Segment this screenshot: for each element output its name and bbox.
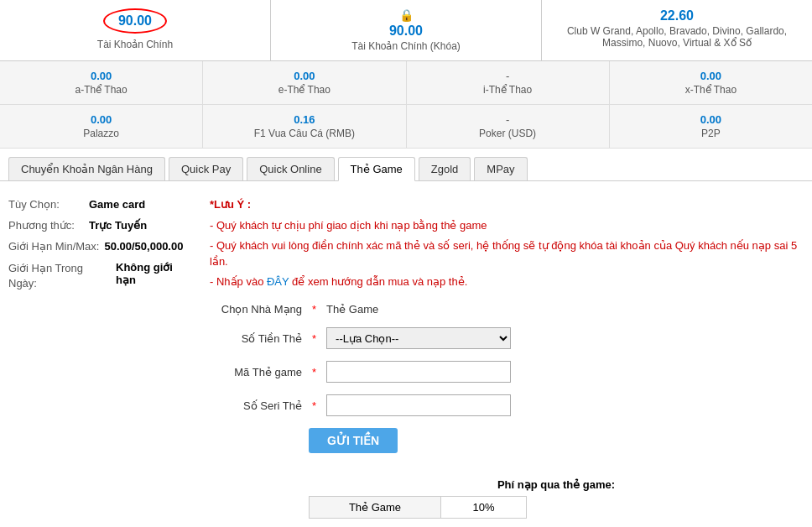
tab-quick-pay[interactable]: Quick Pay [169, 157, 243, 180]
main-account-label: Tài Khoản Chính [13, 39, 258, 50]
gioi-han-value: 50.00/50,000.00 [104, 240, 183, 253]
form-row-ma-the: Mã Thẻ game * [210, 361, 804, 383]
sub-account-e-the-thao: 0.00 e-Thể Thao [203, 61, 406, 104]
clubs-account-amount: 22.60 [554, 8, 799, 23]
notice-item-3: - Nhấp vào ĐÂY để xem hướng dẫn mua và n… [210, 274, 804, 290]
a-the-thao-amount: 0.00 [7, 70, 195, 82]
main-content: Tùy Chọn: Game card Phương thức: Trực Tu… [0, 181, 812, 527]
tab-the-game[interactable]: Thẻ Game [338, 157, 415, 181]
sub-accounts-row-2: 0.00 Palazzo 0.16 F1 Vua Câu Cá (RMB) - … [0, 105, 812, 149]
tuy-chon-value: Game card [89, 198, 145, 211]
sub-account-i-the-thao: - i-Thể Thao [407, 61, 610, 104]
deposit-form: Chọn Nhà Mạng * Thẻ Game Số Tiền Thẻ * -… [210, 303, 804, 470]
locked-account-box: 🔒 90.00 Tài Khoản Chính (Khóa) [271, 0, 542, 60]
fee-provider: Thẻ Game [310, 497, 441, 519]
notice-item-1: - Quý khách tự chịu phí giao dịch khi nạ… [210, 217, 804, 234]
p2p-amount: 0.00 [617, 113, 805, 126]
form-row-so-tien: Số Tiền Thẻ * --Lựa Chọn-- [210, 327, 804, 349]
info-row-gioi-han: Giới Hạn Min/Max: 50.00/50,000.00 [8, 240, 193, 253]
x-the-thao-amount: 0.00 [617, 70, 805, 82]
sub-account-p2p: 0.00 P2P [610, 105, 812, 148]
phuong-thuc-label: Phương thức: [8, 219, 84, 232]
nha-mang-label: Chọn Nhà Mạng [210, 303, 302, 316]
so-tien-required: * [312, 332, 316, 345]
tab-quick-online[interactable]: Quick Online [247, 157, 334, 180]
sub-account-palazzo: 0.00 Palazzo [0, 105, 203, 148]
fee-section: Phí nạp qua thẻ game: Thẻ Game 10% [309, 478, 804, 519]
form-row-nha-mang: Chọn Nhà Mạng * Thẻ Game [210, 303, 804, 316]
fee-row: Thẻ Game 10% [310, 497, 527, 519]
f1-amount: 0.16 [210, 113, 398, 126]
poker-label: Poker (USD) [414, 128, 602, 139]
e-the-thao-label: e-Thể Thao [210, 84, 398, 96]
phuong-thuc-value: Trực Tuyến [89, 219, 147, 232]
ma-the-label: Mã Thẻ game [210, 366, 302, 378]
main-account-box: 90.00 Tài Khoản Chính [0, 0, 271, 60]
main-account-highlight: 90.00 [103, 8, 167, 34]
gioi-han-ngay-value: Không giới hạn [116, 261, 193, 291]
main-account-amount: 90.00 [118, 13, 152, 29]
a-the-thao-label: a-Thể Thao [7, 84, 195, 96]
so-seri-label: Số Seri Thẻ [210, 399, 302, 412]
poker-amount: - [414, 113, 602, 126]
gioi-han-label: Giới Hạn Min/Max: [8, 240, 99, 253]
locked-account-amount: 90.00 [284, 23, 528, 39]
palazzo-label: Palazzo [7, 128, 195, 139]
accounts-section: 90.00 Tài Khoản Chính 🔒 90.00 Tài Khoản … [0, 0, 812, 61]
sub-account-x-the-thao: 0.00 x-Thể Thao [610, 61, 812, 104]
x-the-thao-label: x-Thể Thao [617, 84, 805, 96]
notice-title: *Lưu Ý : [210, 198, 804, 211]
tuy-chon-label: Tùy Chọn: [8, 198, 84, 211]
fee-percent: 10% [441, 497, 527, 519]
left-panel: Tùy Chọn: Game card Phương thức: Trực Tu… [8, 198, 193, 519]
submit-button[interactable]: GỬI TIỀN [309, 428, 398, 453]
sub-account-f1: 0.16 F1 Vua Câu Cá (RMB) [203, 105, 406, 148]
lock-icon: 🔒 [284, 8, 528, 22]
right-panel: *Lưu Ý : - Quý khách tự chịu phí giao dị… [210, 198, 804, 519]
info-row-gioi-han-ngay: Giới Hạn Trong Ngày: Không giới hạn [8, 261, 193, 291]
so-tien-label: Số Tiền Thẻ [210, 332, 302, 345]
sub-account-a-the-thao: 0.00 a-Thể Thao [0, 61, 203, 104]
tab-mpay[interactable]: MPay [474, 157, 527, 180]
notice-item-2: - Quý khách vui lòng điền chính xác mã t… [210, 237, 804, 270]
gioi-han-ngay-label: Giới Hạn Trong Ngày: [8, 261, 111, 291]
sub-accounts-row-1: 0.00 a-Thể Thao 0.00 e-Thể Thao - i-Thể … [0, 61, 812, 105]
sub-account-poker: - Poker (USD) [407, 105, 610, 148]
nha-mang-required: * [312, 303, 316, 316]
e-the-thao-amount: 0.00 [210, 70, 398, 82]
fee-title: Phí nạp qua thẻ game: [309, 478, 804, 491]
f1-label: F1 Vua Câu Cá (RMB) [210, 128, 398, 139]
notice-link-day[interactable]: ĐÂY [267, 275, 289, 288]
i-the-thao-label: i-Thể Thao [414, 84, 602, 96]
i-the-thao-amount: - [414, 70, 602, 82]
tab-zgold[interactable]: Zgold [419, 157, 471, 180]
ma-the-required: * [312, 366, 316, 378]
tab-chuyen-khoan[interactable]: Chuyển Khoản Ngân Hàng [8, 157, 165, 180]
fee-table: Thẻ Game 10% [309, 496, 527, 519]
clubs-account-label: Club W Grand, Apollo, Bravado, Divino, G… [554, 25, 799, 49]
locked-account-label: Tài Khoản Chính (Khóa) [284, 40, 528, 52]
p2p-label: P2P [617, 128, 805, 139]
form-row-so-seri: Số Seri Thẻ * [210, 394, 804, 416]
so-tien-select[interactable]: --Lựa Chọn-- [326, 327, 511, 349]
so-seri-input[interactable] [326, 394, 511, 416]
nha-mang-value: Thẻ Game [326, 303, 378, 316]
so-seri-required: * [312, 399, 316, 412]
palazzo-amount: 0.00 [7, 113, 195, 126]
info-row-tuy-chon: Tùy Chọn: Game card [8, 198, 193, 211]
ma-the-input[interactable] [326, 361, 511, 383]
tab-navigation: Chuyển Khoản Ngân Hàng Quick Pay Quick O… [0, 149, 812, 181]
info-row-phuong-thuc: Phương thức: Trực Tuyến [8, 219, 193, 232]
sub-accounts: 0.00 a-Thể Thao 0.00 e-Thể Thao - i-Thể … [0, 61, 812, 149]
clubs-account-box: 22.60 Club W Grand, Apollo, Bravado, Div… [542, 0, 812, 60]
